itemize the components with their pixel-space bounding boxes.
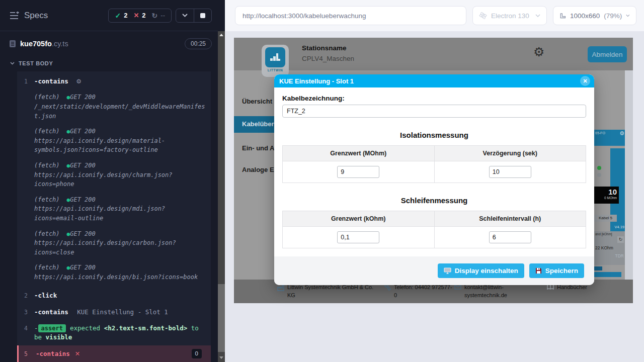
- scroll-up-arrow-icon[interactable]: [219, 34, 223, 36]
- loop-interval-input[interactable]: [489, 231, 531, 243]
- isolation-limit-input[interactable]: [337, 166, 379, 178]
- command-name: -contains: [34, 77, 68, 85]
- run-controls: [176, 9, 212, 23]
- test-body-header[interactable]: TEST BODY: [0, 56, 218, 70]
- fetch-url: /_next/static/development/_devMiddleware…: [34, 102, 206, 121]
- browser-pane: Electron 130 1000x660 (79%) Stationsna: [225, 0, 644, 362]
- stats-box: ✓ 2 ✕ 2 ↻ --: [108, 9, 172, 23]
- fetch-url: https://api.iconify.design/mdi.json?icon…: [34, 204, 206, 223]
- stat-failed: ✕ 2: [133, 12, 145, 19]
- chevron-down-icon: [535, 14, 540, 17]
- chevron-down-icon: [626, 14, 630, 17]
- stop-button[interactable]: [194, 9, 211, 22]
- cypress-reporter-panel: Specs ✓ 2 ✕ 2 ↻ --: [0, 0, 225, 362]
- chevron-down-icon: [182, 14, 188, 17]
- command-name: -contains: [36, 349, 70, 358]
- station-label: Stationsname: [302, 44, 347, 52]
- fetch-log: (fetch)●GET 200 https://api.iconify.desi…: [34, 263, 206, 282]
- nav-item-uebersicht[interactable]: Übersicht: [242, 98, 272, 105]
- column-header: Verzögerung (sek): [434, 146, 586, 161]
- nav-item-ein-aus[interactable]: Ein- und Au: [242, 144, 278, 152]
- cable-name-input[interactable]: [282, 105, 586, 118]
- assert-row[interactable]: 4 -assertexpected <h2.text-sm.font-bold>…: [17, 320, 211, 346]
- check-icon: ✓: [115, 12, 121, 20]
- collapse-button[interactable]: [176, 9, 194, 22]
- kue-settings-modal: KUE Einstellung - Slot 1 ✕ Kabelbezeichn…: [274, 74, 594, 285]
- display-on-button[interactable]: Display einschalten: [438, 263, 524, 278]
- scrollbar-thumb[interactable]: [218, 284, 225, 352]
- screen: Specs ✓ 2 ✕ 2 ↻ --: [0, 0, 644, 362]
- spec-duration-badge: 00:25: [185, 38, 212, 49]
- slot-card-fragment: 65-FO ⚙ 10 0 MOhm Kabel 5 V4.19 and [kOh…: [594, 128, 625, 275]
- command-name: -click: [34, 292, 57, 299]
- command-row[interactable]: 1 -contains ⚙: [17, 73, 211, 89]
- station-value: CPLV4_Maschen: [302, 55, 354, 62]
- save-floppy-icon: [535, 267, 542, 274]
- command-row[interactable]: 3 -contains KUE Einstellung - Slot 1: [17, 304, 211, 320]
- loop-heading: Schleifenmessung: [282, 196, 586, 205]
- test-viewport: Stationsname CPLV4_Maschen ⚙ Abmelden: [225, 31, 644, 362]
- refresh-icon[interactable]: ↻: [617, 236, 624, 243]
- nav-item-kabelueberwachung[interactable]: Kabelüberw: [234, 116, 279, 133]
- stat-pending: ↻ --: [152, 12, 165, 20]
- gear-icon: ⚙: [76, 78, 82, 85]
- fetch-log: (fetch)●GET 200 https://api.iconify.desi…: [34, 229, 206, 257]
- status-led-green: [597, 166, 601, 170]
- chevron-down-icon: [10, 62, 15, 65]
- fail-x-icon: ✕: [75, 349, 80, 358]
- factory-icon: [277, 284, 284, 291]
- modal-header: KUE Einstellung - Slot 1 ✕: [274, 74, 594, 87]
- viewport-size-control[interactable]: 1000x660 (79%): [553, 6, 636, 25]
- fetch-url: https://api.iconify.design/bi.json?icons…: [34, 273, 206, 282]
- command-log: 1 -contains ⚙ (fetch)●GET 200 /_next/sta…: [17, 71, 211, 362]
- tdr-button[interactable]: TDR: [615, 253, 624, 258]
- littwin-logo-icon: [269, 51, 282, 63]
- scroll-down-arrow-icon[interactable]: [219, 356, 223, 359]
- app-scrollbar[interactable]: [625, 70, 633, 280]
- reporter-scrollbar[interactable]: [218, 31, 225, 362]
- logout-button[interactable]: Abmelden: [588, 46, 627, 62]
- column-header: Schleifenintervall (h): [434, 211, 586, 227]
- reporter-header: Specs ✓ 2 ✕ 2 ↻ --: [0, 0, 218, 31]
- loop-limit-input[interactable]: [337, 231, 379, 243]
- nav-item-analog[interactable]: Analoge Ei: [242, 166, 276, 173]
- resistance-panel: and [kOhm] ↻ 22 KOhm TDR: [594, 231, 625, 265]
- spec-file-row[interactable]: kue705fo.cy.ts 00:25: [0, 31, 218, 56]
- slot-gear-icon[interactable]: ⚙: [619, 130, 624, 137]
- refresh-icon: ↻: [152, 12, 158, 20]
- specs-menu-icon[interactable]: [9, 12, 19, 20]
- command-arg: KUE Einstellung - Slot 1: [77, 308, 168, 316]
- assert-selector: <h2.text-sm.font-bold>: [104, 324, 188, 332]
- footer-email: kontakt@littwin-systemtechnik.de: [454, 284, 530, 300]
- app-header: Stationsname CPLV4_Maschen ⚙ Abmelden: [234, 38, 633, 70]
- monitor-icon: [444, 267, 451, 274]
- modal-title: KUE Einstellung - Slot 1: [279, 77, 354, 85]
- url-input[interactable]: [235, 6, 466, 25]
- specs-title: Specs: [24, 11, 48, 21]
- isolation-delay-input[interactable]: [489, 166, 531, 178]
- command-name: -contains: [34, 308, 68, 316]
- stop-icon: [200, 13, 205, 18]
- failed-command-row[interactable]: 5 -contains ✕ 0: [17, 345, 211, 362]
- fetch-log: (fetch)●GET 200 /_next/static/developmen…: [34, 93, 206, 121]
- fetch-log: (fetch)●GET 200 https://api.iconify.desi…: [34, 161, 206, 189]
- modal-footer: Display einschalten Speichern: [274, 256, 594, 285]
- measurement-display: 10 0 MOhm: [594, 187, 619, 204]
- fetch-log: (fetch)●GET 200 https://api.iconify.desi…: [34, 195, 206, 223]
- save-button[interactable]: Speichern: [529, 263, 584, 278]
- isolation-heading: Isolationsmessung: [282, 131, 586, 139]
- browser-chrome: Electron 130 1000x660 (79%): [225, 0, 644, 31]
- close-icon[interactable]: ✕: [580, 76, 590, 86]
- isolation-table: Grenzwert (MOhm) Verzögerung (sek): [282, 145, 586, 183]
- footer-phone: Telefon: 04402 972577-0: [384, 284, 452, 300]
- electron-icon: [479, 12, 487, 20]
- status-led-gray: [597, 173, 601, 177]
- settings-gear-icon[interactable]: ⚙: [533, 45, 544, 59]
- x-icon: ✕: [133, 12, 139, 19]
- fetch-url: https://api.iconify.design/charm.json?ic…: [34, 170, 206, 189]
- browser-select[interactable]: Electron 130: [472, 6, 547, 25]
- column-header: Grenzwert (kOhm): [283, 211, 435, 227]
- cable-name-label: Kabelbezeichnung:: [282, 95, 586, 102]
- company-logo: LITTWIN: [262, 45, 289, 77]
- command-row[interactable]: 2 -click: [17, 288, 211, 304]
